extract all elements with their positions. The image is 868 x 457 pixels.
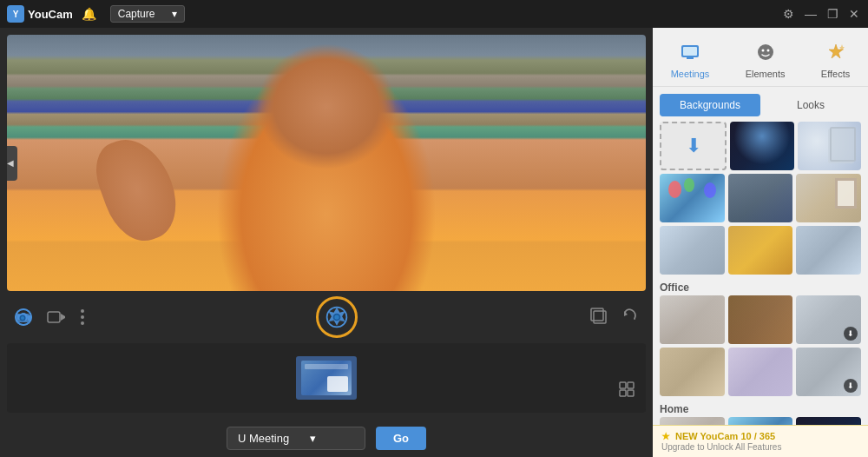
bg-row-3 xyxy=(660,226,861,275)
bg-thumb-gold[interactable] xyxy=(728,226,793,275)
capture-dropdown-arrow: ▾ xyxy=(172,8,177,20)
elements-icon-label: Elements xyxy=(746,69,786,79)
grid-view-button[interactable] xyxy=(618,381,635,402)
svg-rect-17 xyxy=(594,311,606,323)
svg-point-12 xyxy=(81,321,84,325)
svg-rect-24 xyxy=(683,47,697,56)
bg-thumb-light-room[interactable] xyxy=(660,226,725,275)
close-button[interactable]: ✕ xyxy=(847,5,861,23)
notification-icon[interactable]: 🔔 xyxy=(82,7,96,21)
home-label: Home xyxy=(660,400,861,417)
camera-view: ◀ xyxy=(7,35,646,291)
svg-rect-25 xyxy=(687,57,694,59)
bottom-bar: U Meeting ▾ Go xyxy=(0,420,653,457)
meeting-label: U Meeting xyxy=(238,432,289,445)
title-bar: Y YouCam 🔔 Capture ▾ ⚙ — ❐ ✕ xyxy=(0,0,868,28)
svg-rect-22 xyxy=(628,390,634,396)
logo-icon: Y xyxy=(7,5,24,23)
meetings-tab-icon[interactable]: Meetings xyxy=(661,35,720,83)
thumbnail-preview xyxy=(301,361,352,395)
upload-icon: ⬇ xyxy=(686,135,701,157)
office-bg-5[interactable] xyxy=(728,348,793,396)
maximize-button[interactable]: ❐ xyxy=(825,5,840,23)
elements-icon xyxy=(752,38,779,66)
bg-thumb-frame[interactable] xyxy=(796,174,861,222)
video-toggle-button[interactable] xyxy=(43,307,69,328)
svg-point-6 xyxy=(21,316,24,320)
controls-bar xyxy=(0,291,653,343)
elements-tab-icon[interactable]: Elements xyxy=(735,35,796,83)
svg-point-27 xyxy=(761,50,764,52)
effects-icon xyxy=(822,38,850,66)
upgrade-star-icon: ★ xyxy=(661,431,670,441)
shutter-button[interactable] xyxy=(316,296,358,338)
svg-rect-7 xyxy=(28,315,31,321)
grid-icon xyxy=(618,381,635,398)
bg-row-1: ⬇ xyxy=(660,122,861,170)
video-icon xyxy=(47,310,66,324)
office-bg-4[interactable] xyxy=(660,348,725,396)
panel-collapse-arrow[interactable]: ◀ xyxy=(7,146,17,181)
upgrade-subtitle: Upgrade to Unlock All Features xyxy=(661,442,859,452)
svg-rect-8 xyxy=(48,312,60,322)
settings-icon[interactable]: ⚙ xyxy=(781,5,796,23)
home-row-1: ⬇ ⬇ ⬇ xyxy=(660,417,861,425)
upgrade-title: ★ NEW YouCam 10 / 365 xyxy=(661,431,859,442)
svg-rect-16 xyxy=(591,308,603,321)
meeting-dropdown[interactable]: U Meeting ▾ xyxy=(227,427,365,450)
office-label: Office xyxy=(660,278,861,295)
capture-dropdown[interactable]: Capture ▾ xyxy=(110,5,186,23)
right-panel: Meetings Elements xyxy=(653,28,868,457)
meeting-dropdown-arrow: ▾ xyxy=(310,432,316,445)
shutter-inner xyxy=(321,301,352,333)
more-options-button[interactable] xyxy=(76,304,89,330)
go-button[interactable]: Go xyxy=(376,427,426,450)
layers-icon xyxy=(589,306,608,325)
download-badge-2: ⬇ xyxy=(844,379,858,393)
upload-background-button[interactable]: ⬇ xyxy=(660,122,727,170)
office-bg-6[interactable]: ⬇ xyxy=(796,348,861,396)
upgrade-banner[interactable]: ★ NEW YouCam 10 / 365 Upgrade to Unlock … xyxy=(653,425,868,457)
looks-tab[interactable]: Looks xyxy=(760,94,861,116)
office-row-1: ⬇ xyxy=(660,295,861,344)
office-bg-3[interactable]: ⬇ xyxy=(796,295,861,344)
left-panel: ◀ xyxy=(0,28,653,457)
office-section-label: Office xyxy=(660,278,861,295)
timeline-area xyxy=(7,343,646,413)
svg-point-26 xyxy=(758,44,773,60)
home-bg-3[interactable]: ⬇ xyxy=(796,417,861,425)
capture-label: Capture xyxy=(118,8,155,20)
app-logo: Y YouCam 🔔 xyxy=(7,5,96,23)
bg-thumb-balloons[interactable] xyxy=(660,174,725,222)
bg-thumb-dark[interactable] xyxy=(730,122,793,170)
effects-tab-icon[interactable]: Effects xyxy=(811,35,860,83)
layers-button[interactable] xyxy=(585,302,611,333)
undo-icon xyxy=(621,307,639,324)
home-bg-2[interactable]: ⬇ xyxy=(728,417,793,425)
meetings-icon-label: Meetings xyxy=(671,69,710,79)
svg-point-15 xyxy=(334,315,339,319)
bg-thumb-modern[interactable] xyxy=(796,226,861,275)
timeline-thumbnail[interactable] xyxy=(296,356,357,400)
svg-rect-21 xyxy=(620,390,626,396)
office-bg-1[interactable] xyxy=(660,295,725,344)
minimize-button[interactable]: — xyxy=(803,5,819,23)
effects-icon-label: Effects xyxy=(821,69,850,79)
svg-rect-20 xyxy=(628,382,634,388)
backgrounds-tab[interactable]: Backgrounds xyxy=(660,94,760,116)
menu-dots-icon xyxy=(80,308,85,327)
meetings-icon xyxy=(676,38,704,66)
camera-toggle-button[interactable] xyxy=(10,304,36,330)
window-controls: ⚙ — ❐ ✕ xyxy=(781,5,861,23)
home-bg-1[interactable]: ⬇ xyxy=(660,417,725,425)
office-bg-2[interactable] xyxy=(728,295,793,344)
main-content: ◀ xyxy=(0,28,868,457)
download-badge: ⬇ xyxy=(844,327,858,341)
svg-marker-9 xyxy=(61,314,65,321)
undo-button[interactable] xyxy=(618,303,642,331)
svg-point-10 xyxy=(81,309,84,313)
office-row-2: ⬇ xyxy=(660,348,861,396)
bg-row-2 xyxy=(660,174,861,222)
bg-thumb-whiteboard[interactable] xyxy=(798,122,861,170)
bg-thumb-interior[interactable] xyxy=(728,174,793,222)
